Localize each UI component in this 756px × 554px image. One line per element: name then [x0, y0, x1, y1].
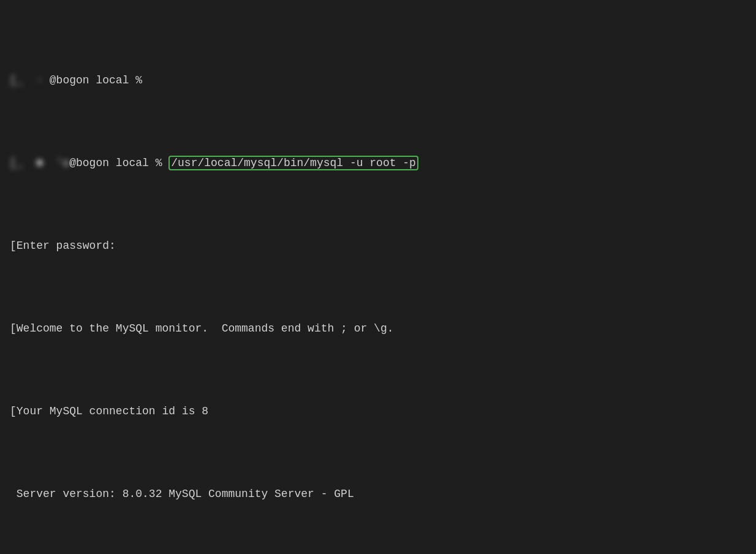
terminal-window: [_ · @bogon local % [_ ■ 'a@bogon local …: [10, 6, 746, 554]
terminal-line: [Enter password:: [10, 238, 746, 254]
terminal-line: [_ ■ 'a@bogon local % /usr/local/mysql/b…: [10, 155, 746, 172]
terminal-line: Server version: 8.0.32 MySQL Community S…: [10, 486, 746, 503]
command-highlight-green: /usr/local/mysql/bin/mysql -u root -p: [168, 156, 418, 170]
terminal-text: @bogon local %: [50, 74, 142, 86]
terminal-line: [Welcome to the MySQL monitor. Commands …: [10, 321, 746, 337]
blurred-user: [_ ■ 'a: [10, 155, 69, 172]
terminal-text: @bogon local %: [69, 157, 168, 169]
terminal-line: [_ · @bogon local %: [10, 72, 746, 89]
terminal-line: [Your MySQL connection id is 8: [10, 403, 746, 420]
blurred-user: [_ ·: [10, 72, 50, 89]
